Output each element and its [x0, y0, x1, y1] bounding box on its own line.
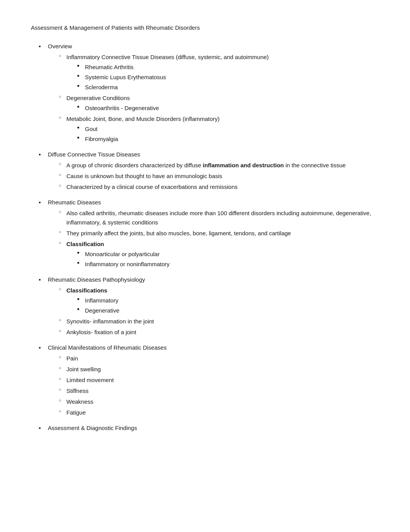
list-item: Monoarticular or polyarticular [77, 250, 379, 259]
list-item: Systemic Lupus Erythematosus [77, 73, 379, 82]
list-item: Rheumatic Diseases Also called arthritis… [39, 198, 379, 269]
list-item: Classifications Inflammatory Degenerativ… [59, 286, 379, 315]
item-text: Pain [66, 355, 78, 362]
bold-label: Classifications [66, 287, 107, 294]
list-item: Overview Inflammatory Connective Tissue … [39, 42, 379, 144]
list-item: Joint swelling [59, 365, 379, 374]
level2-list: Also called arthritis, rheumatic disease… [48, 209, 379, 269]
section-label: Overview [48, 43, 72, 49]
item-text: Characterized by a clinical course of ex… [66, 184, 238, 190]
list-item: Assessment & Diagnostic Findings [39, 423, 379, 433]
item-text: Inflammatory or noninflammatory [85, 261, 169, 267]
list-item: Fibromyalgia [77, 134, 379, 144]
list-item: Diffuse Connective Tissue Diseases A gro… [39, 150, 379, 192]
level2-list: A group of chronic disorders characteriz… [48, 161, 379, 192]
list-item: Rheumatic Diseases Pathophysiology Class… [39, 275, 379, 337]
list-item: Scleroderma [77, 83, 379, 92]
list-item: Inflammatory Connective Tissue Diseases … [59, 53, 379, 92]
list-item: Stiffness [59, 386, 379, 396]
item-text: Rheumatic Arthritis [85, 64, 134, 70]
list-item: They primarily affect the joints, but al… [59, 229, 379, 238]
item-text: Weakness [66, 398, 93, 405]
item-text: Synovitis- inflammation in the joint [66, 318, 154, 325]
item-text: Scleroderma [85, 84, 118, 90]
bold-label: Classification [66, 241, 104, 247]
section-label: Clinical Manifestations of Rheumatic Dis… [48, 344, 167, 351]
item-text: Ankylosis- fixation of a joint [66, 329, 136, 335]
level3-list: Inflammatory Degenerative [66, 296, 379, 315]
list-item: Inflammatory or noninflammatory [77, 260, 379, 269]
page-container: Assessment & Management of Patients with… [31, 23, 379, 433]
list-item: A group of chronic disorders characteriz… [59, 161, 379, 170]
list-item: Weakness [59, 397, 379, 406]
item-text: Gout [85, 126, 98, 132]
item-text: Monoarticular or polyarticular [85, 251, 159, 257]
list-item: Ankylosis- fixation of a joint [59, 328, 379, 337]
list-item: Cause is unknown but thought to have an … [59, 172, 379, 181]
item-text: Also called arthritis, rheumatic disease… [66, 210, 371, 226]
list-item: Osteoarthritis - Degenerative [77, 104, 379, 113]
list-item: Degenerative Conditions Osteoarthritis -… [59, 93, 379, 113]
item-text: Inflammatory [85, 297, 119, 304]
list-item: Clinical Manifestations of Rheumatic Dis… [39, 343, 379, 417]
section-label: Rheumatic Diseases [48, 199, 101, 206]
item-text: Stiffness [66, 388, 88, 394]
item-text: They primarily affect the joints, but al… [66, 230, 291, 236]
list-item: Pain [59, 354, 379, 363]
level3-list: Osteoarthritis - Degenerative [66, 104, 379, 113]
subsection-label: Inflammatory Connective Tissue Diseases … [66, 54, 269, 60]
list-item: Synovitis- inflammation in the joint [59, 317, 379, 326]
list-item: Limited movement [59, 376, 379, 385]
main-list: Overview Inflammatory Connective Tissue … [31, 42, 379, 433]
list-item: Degenerative [77, 306, 379, 315]
list-item: Rheumatic Arthritis [77, 63, 379, 72]
list-item: Classification Monoarticular or polyarti… [59, 240, 379, 269]
list-item: Characterized by a clinical course of ex… [59, 182, 379, 192]
item-text: Joint swelling [66, 366, 101, 372]
item-text: Limited movement [66, 377, 114, 383]
level3-list: Rheumatic Arthritis Systemic Lupus Eryth… [66, 63, 379, 92]
level3-list: Monoarticular or polyarticular Inflammat… [66, 250, 379, 269]
item-text: Degenerative [85, 307, 119, 314]
section-label: Rheumatic Diseases Pathophysiology [48, 276, 145, 283]
subsection-label: Degenerative Conditions [66, 95, 130, 101]
list-item: Also called arthritis, rheumatic disease… [59, 209, 379, 227]
bold-text: inflammation and destruction [203, 162, 284, 168]
subsection-label: Metabolic Joint, Bone, and Muscle Disord… [66, 116, 220, 122]
list-item: Gout [77, 124, 379, 134]
list-item: Inflammatory [77, 296, 379, 305]
level2-list: Inflammatory Connective Tissue Diseases … [48, 53, 379, 144]
section-label: Diffuse Connective Tissue Diseases [48, 151, 140, 158]
level3-list: Gout Fibromyalgia [66, 124, 379, 144]
item-text: Osteoarthritis - Degenerative [85, 105, 159, 111]
item-text: Systemic Lupus Erythematosus [85, 74, 166, 80]
list-item: Metabolic Joint, Bone, and Muscle Disord… [59, 114, 379, 144]
item-text: A group of chronic disorders characteriz… [66, 162, 346, 168]
level2-list: Classifications Inflammatory Degenerativ… [48, 286, 379, 337]
item-text: Fibromyalgia [85, 136, 118, 142]
section-label: Assessment & Diagnostic Findings [48, 425, 137, 431]
list-item: Fatigue [59, 408, 379, 417]
item-text: Fatigue [66, 409, 86, 416]
page-title: Assessment & Management of Patients with… [31, 23, 379, 32]
level2-list: Pain Joint swelling Limited movement Sti… [48, 354, 379, 417]
item-text: Cause is unknown but thought to have an … [66, 173, 222, 179]
